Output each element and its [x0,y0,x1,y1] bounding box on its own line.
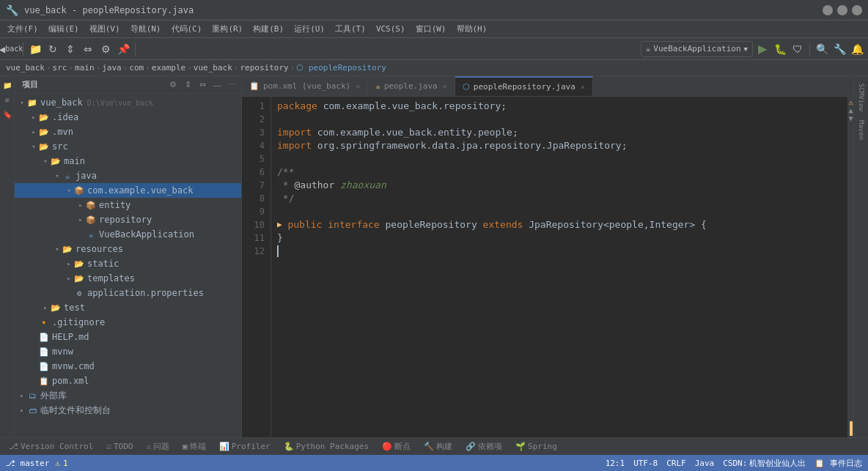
scm-view-button[interactable]: SCMView [856,79,867,116]
tree-item-idea[interactable]: ▸ 📂 .idea [15,110,241,125]
project-expand-btn[interactable]: ⇕ [181,78,194,92]
project-collapse-btn[interactable]: ⇔ [196,78,209,92]
tree-item-vuebackapp[interactable]: ☕ VueBackApplication [15,227,241,242]
notification-button[interactable]: 🔔 [849,41,865,57]
project-close-btn[interactable]: — [210,78,224,92]
main-toolbar: ◀ back 📁 ↻ ⇕ ⇔ ⚙ 📌 ☕ VueBackApplication … [0,38,868,60]
run-button[interactable]: ▶ [754,41,770,57]
breadcrumb-file[interactable]: ⬡ peopleRepository [296,63,386,73]
pin-button[interactable]: 📌 [115,41,131,57]
menu-navigate[interactable]: 导航(N) [126,22,166,36]
project-view-button[interactable]: 📁 [27,41,43,57]
tree-item-main[interactable]: ▾ 📂 main [15,154,241,168]
synchronize-button[interactable]: ↻ [45,41,61,57]
gutter-run-icon[interactable]: ▶ [277,218,282,231]
breadcrumb-example[interactable]: example [152,63,185,73]
menu-tools[interactable]: 工具(T) [331,22,370,36]
maximize-button[interactable]: □ [837,5,847,15]
menu-code[interactable]: 代码(C) [167,22,207,36]
collapse-all-button[interactable]: ⇔ [80,41,96,57]
bottom-tab-terminal[interactable]: ▣ 终端 [177,440,212,453]
up-arrow[interactable]: ▲ [848,106,853,114]
maven-button[interactable]: Maven [856,116,867,144]
breadcrumb-java[interactable]: java [102,63,122,73]
tab-close[interactable]: ✕ [356,82,360,90]
tab-people[interactable]: ☕ people.java ✕ [368,76,455,97]
tree-item-pomxml[interactable]: 📋 pom.xml [15,374,241,388]
tab-close[interactable]: ✕ [581,83,585,91]
breadcrumb-project[interactable]: vue_back [6,63,45,73]
tree-item-resources[interactable]: ▾ 📂 resources [15,242,241,256]
bottom-tab-build[interactable]: 🔨 构建 [418,440,458,453]
tab-close[interactable]: ✕ [443,82,447,90]
run-configuration[interactable]: ☕ VueBackApplication ▼ [641,41,753,57]
status-lineending[interactable]: CRLF [666,459,686,468]
structure-icon[interactable]: ≡ [1,94,13,105]
tree-item-mvnwcmd[interactable]: 📄 mvnw.cmd [15,359,241,374]
tree-item-mvnw[interactable]: 📄 mvnw [15,344,241,359]
down-arrow[interactable]: ▼ [848,114,853,122]
menu-view[interactable]: 视图(V) [85,22,125,36]
status-encoding[interactable]: UTF-8 [633,459,658,468]
tree-item-appprops[interactable]: ⚙ application.properties [15,286,241,300]
more-tools-button[interactable]: 🔧 [831,41,847,57]
breadcrumb-vue-back[interactable]: vue_back [194,63,232,73]
back-button[interactable]: ◀ back [3,41,19,57]
settings-button[interactable]: ⚙ [98,41,114,57]
breadcrumb-main[interactable]: main [75,63,95,73]
project-icon[interactable]: 📁 [1,79,13,91]
tree-item-scratch[interactable]: ▸ 🗃 临时文件和控制台 [15,403,241,418]
menu-edit[interactable]: 编辑(E) [44,22,84,36]
minimize-button[interactable]: — [823,5,833,15]
tree-item-repository[interactable]: ▸ 📦 repository [15,212,241,227]
bottom-tab-breakpoints[interactable]: 🔴 断点 [376,440,416,453]
tree-item-src[interactable]: ▾ 📂 src [15,139,241,154]
tree-item-static[interactable]: ▸ 📂 static [15,256,241,271]
bottom-tab-deps[interactable]: 🔗 依赖项 [460,440,508,453]
project-settings-btn[interactable]: ⚙ [166,78,180,92]
menu-file[interactable]: 文件(F) [3,22,43,36]
bottom-tab-todo[interactable]: ☑ TODO [100,440,139,453]
status-position[interactable]: 12:1 [606,459,625,468]
tree-item-external[interactable]: ▸ 🗂 外部库 [15,388,241,403]
bottom-tab-profiler[interactable]: 📊 Profiler [213,440,276,453]
menu-build[interactable]: 构建(B) [249,22,288,36]
close-button[interactable]: ✕ [852,5,862,15]
tree-item-templates[interactable]: ▸ 📂 templates [15,271,241,286]
window-controls[interactable]: — □ ✕ [823,5,862,15]
status-language[interactable]: Java [695,459,715,468]
project-more-btn[interactable]: ⋯ [225,78,238,92]
breadcrumb-src[interactable]: src [53,63,67,73]
tree-item-mvn[interactable]: ▸ 📂 .mvn [15,125,241,139]
tree-item-gitignore[interactable]: 🔸 .gitignore [15,315,241,330]
status-warnings[interactable]: ⚠ 1 [55,459,67,468]
event-log-icon[interactable]: 📋 事件日志 [814,458,862,469]
tree-item-helpmd[interactable]: 📄 HELP.md [15,330,241,344]
menu-window[interactable]: 窗口(W) [411,22,451,36]
coverage-button[interactable]: 🛡 [790,41,806,57]
search-button[interactable]: 🔍 [814,41,830,57]
bookmark-icon[interactable]: 🔖 [1,108,13,120]
breadcrumb-repository[interactable]: repository [240,63,288,73]
tree-item-vueback[interactable]: ▾ 📁 vue_back D:\Vue\vue_back [15,95,241,110]
menu-vcs[interactable]: VCS(S) [372,23,410,35]
tree-item-java[interactable]: ▾ ☕ java [15,168,241,183]
bottom-tab-spring[interactable]: 🌱 Spring [510,440,563,453]
debug-button[interactable]: 🐛 [772,41,788,57]
bottom-tab-vcs[interactable]: ⎇ Version Control [3,440,99,453]
bottom-tab-problems[interactable]: ⚠ 问题 [140,440,175,453]
tree-item-test[interactable]: ▸ 📂 test [15,300,241,315]
menu-help[interactable]: 帮助(H) [452,22,492,36]
vcs-icon: ⎇ [9,442,18,451]
menu-refactor[interactable]: 重构(R) [207,22,247,36]
bottom-tab-python[interactable]: 🐍 Python Packages [278,440,375,453]
import-name: org.springframework.data.jpa.repository.… [317,139,622,152]
tab-pomxml[interactable]: 📋 pom.xml (vue_back) ✕ [242,76,368,97]
tree-item-entity[interactable]: ▸ 📦 entity [15,198,241,212]
breadcrumb-com[interactable]: com [129,63,144,73]
expand-all-button[interactable]: ⇕ [62,41,78,57]
menu-run[interactable]: 运行(U) [290,22,329,36]
tab-repository[interactable]: ⬡ peopleRepository.java ✕ [455,76,593,97]
code-content[interactable]: package com.example.vue_back.repository … [271,97,847,437]
tree-item-package[interactable]: ▾ 📦 com.example.vue_back [15,183,241,198]
